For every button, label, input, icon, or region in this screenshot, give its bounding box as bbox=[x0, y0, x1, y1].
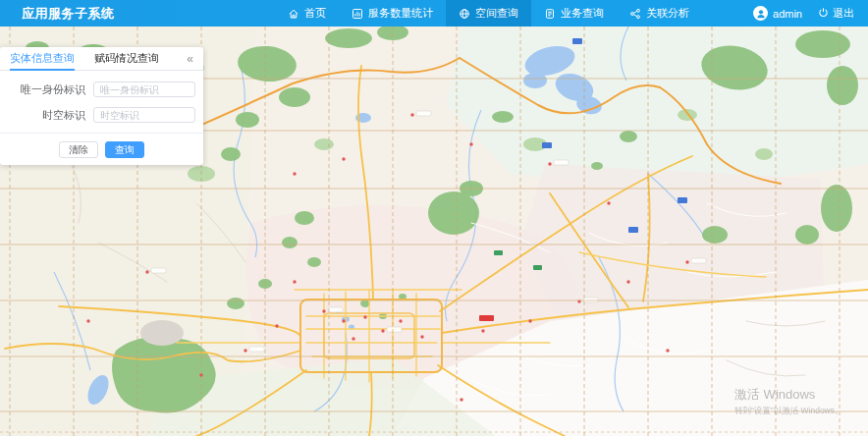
query-form: 唯一身份标识 时空标识 bbox=[0, 71, 203, 123]
nav-item-association-analysis[interactable]: 关联分析 bbox=[617, 0, 702, 27]
top-bar: 应用服务子系统 首页 服务数量统计 空间查询 bbox=[0, 0, 868, 27]
nav-item-business-query[interactable]: 业务查询 bbox=[531, 0, 617, 27]
nav-label: 关联分析 bbox=[646, 6, 689, 21]
globe-icon bbox=[459, 8, 470, 20]
query-button[interactable]: 查询 bbox=[105, 141, 144, 158]
tab-entity-info-query[interactable]: 实体信息查询 bbox=[10, 47, 75, 70]
logout-button[interactable]: 退出 bbox=[818, 6, 854, 21]
tab-coding-status-query[interactable]: 赋码情况查询 bbox=[94, 47, 159, 70]
document-icon bbox=[544, 8, 556, 20]
share-icon bbox=[629, 8, 641, 20]
form-row: 唯一身份标识 bbox=[0, 82, 195, 97]
nav-label: 业务查询 bbox=[561, 6, 604, 21]
nav-item-service-stats[interactable]: 服务数量统计 bbox=[339, 0, 446, 27]
logout-label: 退出 bbox=[833, 6, 854, 21]
bar-chart-icon bbox=[352, 8, 363, 20]
spacetime-id-label: 时空标识 bbox=[0, 108, 93, 123]
button-row: 清除 查询 bbox=[0, 141, 203, 158]
query-panel: 实体信息查询 赋码情况查询 « 唯一身份标识 时空标识 清除 查询 bbox=[0, 47, 203, 165]
panel-divider bbox=[0, 133, 203, 134]
user-avatar-icon[interactable] bbox=[753, 6, 768, 21]
clear-button[interactable]: 清除 bbox=[59, 141, 98, 158]
unique-identity-input[interactable] bbox=[93, 82, 195, 97]
username[interactable]: admin bbox=[773, 8, 802, 20]
nav-label: 空间查询 bbox=[475, 6, 518, 21]
power-icon bbox=[818, 7, 829, 20]
panel-tabs: 实体信息查询 赋码情况查询 « bbox=[0, 47, 203, 71]
collapse-panel-icon[interactable]: « bbox=[187, 53, 193, 65]
main-nav: 首页 服务数量统计 空间查询 业务查询 bbox=[275, 0, 702, 27]
app-screen: 应用服务子系统 首页 服务数量统计 空间查询 bbox=[0, 0, 868, 436]
nav-label: 服务数量统计 bbox=[368, 6, 433, 21]
spacetime-id-input[interactable] bbox=[93, 107, 195, 123]
home-icon bbox=[288, 8, 299, 20]
form-row: 时空标识 bbox=[0, 107, 195, 123]
nav-item-spatial-query[interactable]: 空间查询 bbox=[446, 0, 531, 27]
app-title: 应用服务子系统 bbox=[0, 5, 115, 23]
user-box: admin 退出 bbox=[753, 6, 868, 21]
unique-identity-label: 唯一身份标识 bbox=[0, 82, 93, 97]
nav-label: 首页 bbox=[304, 6, 326, 21]
nav-item-home[interactable]: 首页 bbox=[275, 0, 339, 27]
